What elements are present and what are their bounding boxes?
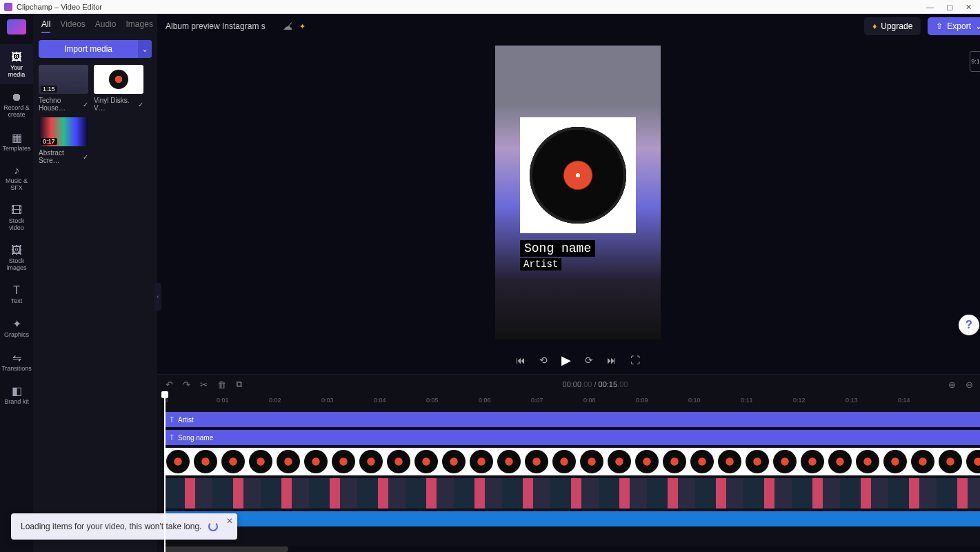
media-tabs: All Videos Audio Images [39, 19, 152, 33]
export-button[interactable]: ⇧Export⌄ [928, 17, 980, 35]
scrollbar-thumb[interactable] [164, 546, 288, 552]
window-maximize-button[interactable]: ▢ [946, 3, 953, 12]
track-video-abstract[interactable] [164, 478, 980, 509]
brand-icon[interactable] [7, 19, 26, 34]
timeline-ruler[interactable]: 00:010:020:030:040:050:060:070:080:090:1… [164, 394, 980, 409]
zoom-in-button[interactable]: ⊕ [948, 379, 956, 390]
media-thumb-audio: 1:15 [39, 65, 88, 94]
tab-videos[interactable]: Videos [60, 19, 85, 33]
delete-button[interactable]: 🗑 [217, 379, 226, 390]
upgrade-button[interactable]: ♦Upgrade [864, 17, 921, 35]
media-grid: 1:15 Techno House…✓ Vinyl Disks. V…✓ 0:1… [39, 65, 152, 164]
media-item[interactable]: Vinyl Disks. V…✓ [94, 65, 143, 112]
timecode: 00:00.00 / 00:15.00 [252, 380, 939, 388]
track-frame [357, 448, 385, 475]
tab-images[interactable]: Images [126, 19, 153, 33]
cloud-sync-off-icon[interactable]: ☁̸ [283, 21, 292, 32]
window-minimize-button[interactable]: — [926, 3, 934, 12]
track-frame [523, 448, 550, 475]
chevron-down-icon: ⌄ [975, 21, 980, 31]
nav-music-sfx[interactable]: ♪Music & SFX [0, 157, 33, 197]
track-audio-house-loop[interactable]: ♪House Loop [164, 511, 980, 526]
nav-your-media[interactable]: 🖼Your media [0, 44, 33, 84]
timeline-toolbar: ↶ ↷ ✂ 🗑 ⧉ 00:00.00 / 00:15.00 ⊕ ⊖ ⤢ [157, 375, 980, 394]
spinner-icon [208, 522, 218, 531]
preview-artist-name: Artist [520, 258, 561, 270]
track-frame [688, 448, 716, 475]
timeline-scrollbar[interactable] [164, 546, 980, 552]
help-button[interactable]: ? [959, 315, 979, 335]
ruler-tick: 0:03 [321, 397, 334, 404]
playhead[interactable] [164, 394, 166, 552]
track-frame [247, 448, 274, 475]
nav-stock-images[interactable]: 🖼Stock images [0, 237, 33, 277]
track-frame [274, 448, 302, 475]
track-frame [330, 448, 357, 475]
media-thumb-image [94, 65, 143, 94]
track-frame [219, 448, 247, 475]
import-media-dropdown[interactable]: ⌄ [138, 40, 152, 58]
loading-toast: Loading items for your video, this won't… [11, 513, 237, 540]
track-frame [743, 448, 771, 475]
play-button[interactable]: ▶ [561, 353, 571, 368]
track-video-vinyl[interactable] [164, 448, 980, 475]
nav-record-create[interactable]: ⏺Record & create [0, 84, 33, 124]
aspect-ratio-button[interactable]: 9:16 [970, 51, 980, 72]
media-item[interactable]: 1:15 Techno House…✓ [39, 65, 88, 112]
rewind-button[interactable]: ⟲ [539, 355, 548, 366]
skip-back-button[interactable]: ⏮ [516, 355, 526, 366]
project-name-input[interactable]: Album preview Instagram s [166, 21, 276, 31]
nav-stock-video[interactable]: 🎞Stock video [0, 197, 33, 237]
premium-sparkle-icon: ✦ [299, 22, 306, 31]
nav-transitions[interactable]: ⇋Transitions [0, 344, 33, 378]
ruler-tick: 0:04 [374, 397, 386, 404]
track-text-artist[interactable]: TArtist [164, 412, 980, 427]
duplicate-button[interactable]: ⧉ [236, 379, 242, 390]
forward-button[interactable]: ⟳ [585, 355, 593, 366]
window-titlebar: Clipchamp – Video Editor — ▢ ✕ [0, 0, 980, 14]
tab-audio[interactable]: Audio [95, 19, 117, 33]
undo-button[interactable]: ↶ [166, 379, 173, 390]
track-frame [909, 448, 937, 475]
music-icon: ♪ [1, 164, 32, 177]
redo-button[interactable]: ↷ [183, 379, 190, 390]
preview-canvas[interactable]: Song name Artist [495, 46, 661, 339]
track-text-songname[interactable]: TSong name [164, 430, 980, 445]
ruler-tick: 0:02 [269, 397, 281, 404]
ruler-tick: 0:05 [426, 397, 439, 404]
track-frame [854, 448, 881, 475]
track-frame [937, 448, 964, 475]
nav-brand-kit[interactable]: ◧Brand kit [0, 377, 33, 411]
nav-graphics[interactable]: ✦Graphics [0, 310, 33, 344]
left-nav: 🖼Your media ⏺Record & create ▦Templates … [0, 14, 33, 552]
ruler-tick: 0:13 [846, 397, 858, 404]
ruler-tick: 0:06 [479, 397, 491, 404]
nav-text[interactable]: TText [0, 277, 33, 310]
preview-song-name: Song name [520, 240, 595, 257]
track-frame [550, 448, 578, 475]
check-icon: ✓ [83, 101, 88, 108]
tab-all[interactable]: All [41, 19, 50, 33]
zoom-out-button[interactable]: ⊖ [966, 379, 973, 390]
media-item[interactable]: 0:17 Abstract Scre…✓ [39, 117, 88, 164]
toast-close-button[interactable]: ✕ [226, 516, 233, 526]
transitions-icon: ⇋ [1, 351, 32, 364]
text-icon: T [1, 284, 32, 297]
stock-images-icon: 🖼 [1, 244, 32, 257]
playback-controls: ⏮ ⟲ ▶ ⟳ ⏭ ⛶ [157, 346, 980, 374]
nav-templates[interactable]: ▦Templates [0, 124, 33, 158]
split-button[interactable]: ✂ [200, 379, 208, 390]
window-close-button[interactable]: ✕ [966, 3, 972, 12]
import-media-button[interactable]: Import media ⌄ [39, 40, 152, 58]
track-frame [578, 448, 606, 475]
track-frame [192, 448, 219, 475]
track-frame [606, 448, 633, 475]
text-track-icon: T [170, 434, 174, 442]
track-frame [633, 448, 661, 475]
skip-forward-button[interactable]: ⏭ [607, 355, 617, 366]
track-frame [468, 448, 495, 475]
templates-icon: ▦ [1, 131, 32, 144]
fullscreen-button[interactable]: ⛶ [630, 355, 640, 366]
top-bar: Album preview Instagram s ☁̸ ✦ ♦Upgrade … [157, 14, 980, 39]
track-frame [881, 448, 909, 475]
